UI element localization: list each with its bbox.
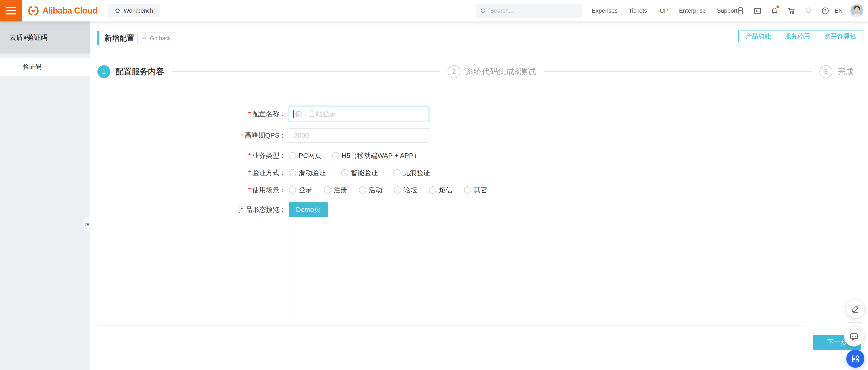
required-mark: *	[241, 131, 243, 139]
global-search[interactable]	[476, 4, 582, 18]
nav-item-tickets[interactable]: Tickets	[629, 7, 647, 14]
config-name-input[interactable]	[289, 107, 429, 121]
notification-badge	[776, 5, 779, 8]
home-icon	[114, 8, 121, 14]
svg-text:?: ?	[824, 8, 827, 13]
nav-item-enterprise[interactable]: Enterprise	[679, 7, 706, 14]
verify-option-smart[interactable]: 智能验证	[341, 168, 378, 177]
radio-icon[interactable]	[289, 187, 296, 194]
nav-item-icp[interactable]: ICP	[658, 7, 668, 14]
config-form: * 配置名称： * 高峰期QPS： * 业务类型： PC网页	[90, 22, 868, 370]
collapse-menu-icon	[85, 222, 90, 227]
peak-qps-row: * 高峰期QPS：	[97, 128, 429, 143]
radio-icon[interactable]	[324, 187, 331, 194]
top-nav-icons: APP	[737, 0, 829, 22]
fab-separator	[848, 322, 862, 323]
required-mark: *	[248, 169, 251, 177]
workbench-button[interactable]: Workbench	[108, 4, 160, 17]
widgets-icon	[851, 355, 860, 363]
top-nav-menu: Expenses Tickets ICP Enterprise Support	[592, 0, 738, 22]
verify-option-invisible[interactable]: 无痕验证	[393, 168, 430, 177]
apps-widget-fab[interactable]	[846, 350, 864, 368]
nav-item-expenses[interactable]: Expenses	[592, 7, 618, 14]
preview-row: 产品形态预览： Demo页	[97, 202, 328, 217]
sidebar-product-title: 云盾●验证码	[0, 22, 90, 54]
user-avatar[interactable]	[850, 4, 863, 17]
business-type-row: * 业务类型： PC网页 H5（移动端WAP + APP）	[97, 151, 420, 160]
logo-text: Alibaba Cloud	[42, 6, 97, 15]
scene-option-activity[interactable]: 活动	[359, 186, 382, 195]
cart-icon[interactable]	[787, 7, 796, 15]
preview-label: 产品形态预览：	[97, 205, 286, 214]
top-nav: Alibaba Cloud Workbench Expenses Tickets…	[0, 0, 868, 22]
required-mark: *	[248, 110, 251, 118]
config-name-label: * 配置名称：	[97, 109, 286, 119]
radio-icon[interactable]	[289, 152, 296, 159]
workbench-label: Workbench	[124, 7, 153, 14]
verify-option-slide[interactable]: 滑动验证	[289, 168, 326, 177]
notifications-bell-icon[interactable]	[770, 7, 778, 15]
sidebar: 云盾●验证码 验证码	[0, 22, 90, 370]
radio-icon[interactable]	[341, 169, 348, 176]
scene-row: * 使用场景： 登录 注册 活动 论坛 短信	[97, 186, 487, 195]
search-icon	[480, 8, 487, 14]
scene-option-login[interactable]: 登录	[289, 186, 312, 195]
pencil-icon	[851, 305, 860, 313]
chat-bubble-icon	[849, 332, 859, 341]
scene-option-other[interactable]: 其它	[464, 186, 487, 195]
verify-mode-label: * 验证方式：	[97, 168, 286, 177]
feedback-fab[interactable]	[846, 300, 864, 318]
biz-type-option-pc[interactable]: PC网页	[289, 151, 322, 160]
config-name-row: * 配置名称：	[97, 106, 429, 121]
radio-icon[interactable]	[393, 169, 401, 176]
required-mark: *	[248, 186, 251, 194]
verify-mode-row: * 验证方式： 滑动验证 智能验证 无痕验证	[97, 168, 430, 177]
radio-icon[interactable]	[332, 152, 339, 159]
scene-option-forum[interactable]: 论坛	[394, 186, 417, 195]
nav-divider	[98, 6, 98, 15]
required-mark: *	[248, 152, 251, 160]
hamburger-menu-button[interactable]	[0, 0, 22, 22]
text-caret	[293, 110, 294, 118]
scene-option-sms[interactable]: 短信	[429, 186, 452, 195]
demo-page-button[interactable]: Demo页	[289, 202, 328, 217]
footer-divider	[97, 325, 807, 326]
peak-qps-input[interactable]	[289, 128, 429, 142]
demo-preview-panel	[288, 223, 495, 317]
support-chat-fab[interactable]	[844, 327, 864, 346]
hamburger-icon	[6, 7, 16, 8]
peak-qps-label: * 高峰期QPS：	[97, 131, 286, 140]
alibaba-cloud-logo-icon	[28, 5, 39, 17]
alibaba-cloud-logo[interactable]: Alibaba Cloud	[28, 0, 97, 22]
help-icon[interactable]: ?	[821, 7, 829, 15]
business-type-label: * 业务类型：	[97, 151, 286, 160]
scene-option-register[interactable]: 注册	[324, 186, 347, 195]
lightbulb-icon[interactable]	[804, 7, 812, 15]
sidebar-item-captcha[interactable]: 验证码	[0, 58, 90, 76]
locale-switcher[interactable]: EN	[835, 0, 843, 22]
nav-item-support[interactable]: Support	[717, 7, 737, 14]
mobile-app-icon[interactable]: APP	[737, 7, 745, 15]
radio-icon[interactable]	[359, 187, 366, 194]
search-input[interactable]	[490, 7, 578, 14]
svg-text:APP: APP	[738, 9, 743, 11]
radio-icon[interactable]	[464, 187, 471, 194]
biz-type-option-h5[interactable]: H5（移动端WAP + APP）	[332, 151, 421, 160]
console-icon[interactable]	[753, 7, 762, 15]
radio-icon[interactable]	[429, 187, 436, 194]
radio-icon[interactable]	[289, 169, 296, 176]
scene-label: * 使用场景：	[97, 186, 286, 195]
radio-icon[interactable]	[394, 187, 401, 194]
sidebar-collapse-handle[interactable]	[84, 216, 90, 233]
